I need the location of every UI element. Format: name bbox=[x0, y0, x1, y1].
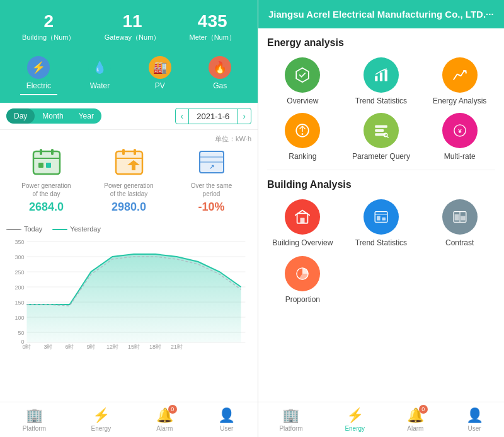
building-trend-icon bbox=[364, 199, 399, 235]
svg-rect-49 bbox=[375, 129, 384, 132]
alarm-badge: 0 bbox=[168, 405, 177, 414]
multi-rate-label: Multi-rate bbox=[444, 152, 476, 161]
card-today-icon bbox=[31, 146, 62, 178]
menu-contrast[interactable]: Contrast bbox=[424, 199, 495, 247]
period-day-btn[interactable]: Day bbox=[6, 108, 35, 124]
menu-proportion[interactable]: Proportion bbox=[267, 256, 338, 304]
svg-rect-16 bbox=[200, 156, 224, 158]
card-lastday: Power generationof the lastday 2980.0 bbox=[88, 144, 170, 216]
date-navigator: ‹ 2021-1-6 › bbox=[175, 108, 251, 124]
r-footer-user-label: User bbox=[468, 425, 481, 432]
r-footer-alarm-label: Alarm bbox=[407, 425, 423, 432]
svg-rect-44 bbox=[380, 73, 382, 81]
svg-rect-63 bbox=[454, 214, 459, 221]
period-month-btn[interactable]: Month bbox=[35, 108, 71, 124]
user-icon: 👤 bbox=[218, 407, 235, 424]
right-footer-alarm[interactable]: 🔔0 Alarm bbox=[407, 407, 424, 432]
svg-text:150: 150 bbox=[14, 300, 24, 306]
svg-rect-60 bbox=[382, 218, 386, 221]
svg-rect-7 bbox=[116, 151, 142, 174]
water-icon: 💧 bbox=[88, 56, 111, 79]
card-period-title: Over the sameperiod bbox=[173, 182, 250, 198]
date-prev-btn[interactable]: ‹ bbox=[176, 108, 189, 124]
trend-stats-label: Trend Statistics bbox=[355, 96, 407, 105]
card-lastday-icon bbox=[113, 146, 145, 178]
left-footer-alarm[interactable]: 🔔0 Alarm bbox=[156, 407, 173, 432]
r-energy-icon: ⚡ bbox=[346, 407, 364, 424]
electric-icon: ⚡ bbox=[27, 56, 50, 79]
svg-text:18时: 18时 bbox=[149, 344, 161, 350]
svg-text:50: 50 bbox=[18, 330, 24, 336]
svg-rect-43 bbox=[375, 76, 377, 81]
card-period: ↗ Over the sameperiod -10% bbox=[170, 144, 253, 216]
alarm-icon: 🔔0 bbox=[156, 407, 173, 424]
svg-text:350: 350 bbox=[14, 239, 24, 245]
unit-row: 单位：kW·h bbox=[0, 130, 258, 144]
card-today: Power generationof the day 2684.0 bbox=[5, 144, 88, 216]
svg-rect-17 bbox=[200, 161, 224, 163]
left-header: 2 Building（Num） 11 Gateway（Num） 435 Mete… bbox=[0, 0, 258, 103]
left-footer-user[interactable]: 👤 User bbox=[218, 407, 235, 432]
chart-area: Today Yesterday 350 300 250 200 150 100 … bbox=[0, 220, 258, 402]
svg-rect-10 bbox=[134, 149, 136, 155]
svg-rect-13 bbox=[132, 165, 135, 170]
contrast-label: Contrast bbox=[445, 238, 474, 247]
menu-multi-rate[interactable]: ¥ Multi-rate bbox=[424, 113, 495, 161]
right-footer-energy[interactable]: ⚡ Energy bbox=[345, 407, 365, 432]
r-alarm-icon: 🔔0 bbox=[407, 407, 424, 424]
pv-icon: 🏭 bbox=[149, 56, 171, 79]
card-lastday-title: Power generationof the lastday bbox=[90, 182, 168, 198]
menu-building-overview[interactable]: Building Overview bbox=[267, 199, 338, 247]
left-footer-alarm-label: Alarm bbox=[156, 425, 173, 432]
svg-text:6时: 6时 bbox=[65, 344, 74, 350]
right-footer-user[interactable]: 👤 User bbox=[466, 407, 483, 432]
building-trend-label: Trend Statistics bbox=[355, 238, 407, 247]
legend-today: Today bbox=[6, 225, 42, 233]
energy-type-tabs: ⚡ Electric 💧 Water 🏭 PV 🔥 Gas bbox=[8, 49, 250, 95]
tab-water[interactable]: 💧 Water bbox=[82, 52, 117, 95]
svg-text:100: 100 bbox=[14, 315, 24, 321]
date-bar: Day Month Year ‹ 2021-1-6 › bbox=[0, 103, 258, 130]
contrast-icon bbox=[442, 199, 478, 235]
svg-text:¥: ¥ bbox=[458, 127, 462, 134]
tab-gas[interactable]: 🔥 Gas bbox=[202, 52, 238, 95]
chart-legend: Today Yesterday bbox=[6, 225, 251, 233]
param-query-label: Parameter Query bbox=[352, 152, 410, 161]
period-year-btn[interactable]: Year bbox=[71, 108, 101, 124]
legend-yesterday: Yesterday bbox=[52, 225, 101, 233]
multi-rate-icon: ¥ bbox=[442, 113, 478, 148]
left-footer-platform-label: Platform bbox=[23, 425, 46, 432]
r-footer-energy-label: Energy bbox=[345, 425, 365, 432]
menu-trend-stats[interactable]: Trend Statistics bbox=[346, 57, 417, 105]
svg-point-47 bbox=[302, 133, 304, 135]
svg-rect-9 bbox=[122, 149, 125, 155]
chart-container: 350 300 250 200 150 100 50 0 bbox=[6, 236, 251, 350]
left-footer-platform[interactable]: 🏢 Platform bbox=[23, 407, 46, 432]
tab-pv[interactable]: 🏭 PV bbox=[142, 52, 178, 95]
tab-pv-label: PV bbox=[155, 81, 165, 90]
tab-electric[interactable]: ⚡ Electric bbox=[20, 52, 57, 95]
proportion-label: Proportion bbox=[285, 295, 320, 304]
menu-building-trend[interactable]: Trend Statistics bbox=[346, 199, 417, 247]
svg-text:0时: 0时 bbox=[22, 344, 31, 350]
proportion-icon bbox=[285, 256, 320, 291]
overview-icon bbox=[285, 57, 320, 93]
menu-overview[interactable]: Overview bbox=[267, 57, 338, 105]
energy-analysis-label: Energy Analysis bbox=[433, 96, 486, 105]
period-buttons: Day Month Year bbox=[6, 108, 101, 124]
building-analysis-title: Building Analysis bbox=[267, 179, 495, 190]
left-footer-user-label: User bbox=[220, 425, 233, 432]
svg-text:↗: ↗ bbox=[209, 163, 214, 170]
left-footer-energy[interactable]: ⚡ Energy bbox=[91, 407, 112, 432]
param-query-icon bbox=[364, 113, 399, 148]
unit-label: 单位：kW·h bbox=[215, 135, 251, 143]
right-footer-platform[interactable]: 🏢 Platform bbox=[279, 407, 302, 432]
r-alarm-badge: 0 bbox=[419, 405, 428, 414]
left-panel: 2 Building（Num） 11 Gateway（Num） 435 Mete… bbox=[0, 0, 258, 437]
date-next-btn[interactable]: › bbox=[238, 108, 251, 124]
menu-param-query[interactable]: Parameter Query bbox=[346, 113, 417, 161]
svg-rect-4 bbox=[33, 158, 60, 159]
svg-text:12时: 12时 bbox=[106, 344, 118, 350]
menu-energy-analysis[interactable]: Energy Analysis bbox=[424, 57, 495, 105]
menu-ranking[interactable]: Ranking bbox=[267, 113, 338, 161]
